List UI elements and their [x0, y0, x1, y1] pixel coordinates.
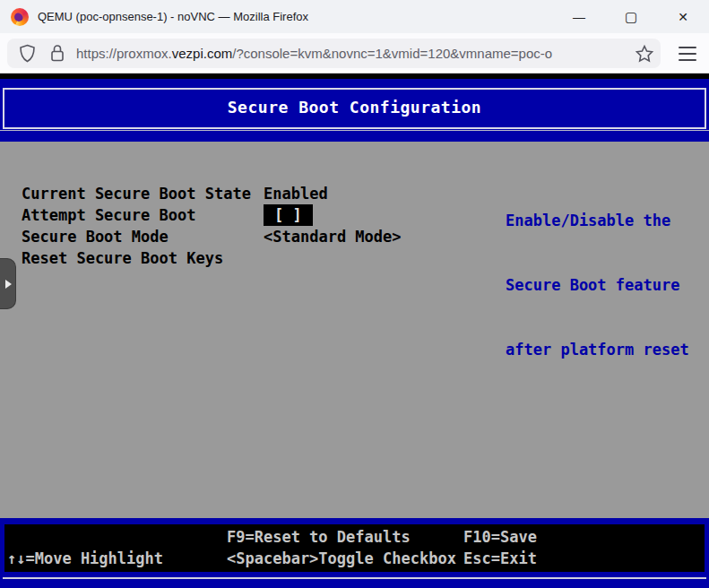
menu-item-reset-secure-boot-keys[interactable]: Reset Secure Boot Keys: [22, 247, 402, 269]
menu-item-label: Secure Boot Mode: [22, 226, 264, 247]
bios-page-title: Secure Boot Configuration: [3, 88, 706, 129]
menu-item-current-secure-boot-state: Current Secure Boot StateEnabled: [22, 183, 402, 204]
bios-menu: Current Secure Boot StateEnabled Attempt…: [22, 183, 402, 269]
expand-arrow-icon: [5, 280, 12, 289]
close-button[interactable]: ✕: [657, 0, 709, 33]
menu-item-attempt-secure-boot[interactable]: Attempt Secure Boot[ ]: [22, 204, 402, 226]
novnc-control-bar-handle[interactable]: [0, 258, 16, 309]
attempt-secure-boot-checkbox[interactable]: [ ]: [264, 204, 313, 226]
help-line: after platform reset: [506, 339, 689, 360]
menu-item-value: <Standard Mode>: [264, 226, 402, 247]
firefox-logo-icon: [11, 8, 29, 26]
minimize-button[interactable]: —: [553, 0, 605, 33]
window-controls: — ▢ ✕: [553, 0, 709, 33]
menu-item-value: Enabled: [264, 183, 328, 204]
hint-exit: Esc=Exit: [463, 548, 537, 569]
lock-icon[interactable]: [49, 44, 65, 63]
bios-footer: F9=Reset to Defaults F10=Save ↑↓=Move Hi…: [0, 518, 709, 588]
url-prefix: https://proxmox.: [76, 46, 172, 61]
maximize-button[interactable]: ▢: [605, 0, 657, 33]
menu-item-label: Current Secure Boot State: [22, 183, 264, 204]
menu-item-label: Reset Secure Boot Keys: [22, 247, 264, 269]
window-title: QEMU (poc-opnsense-1) - noVNC — Mozilla …: [38, 10, 308, 23]
hint-move-highlight: ↑↓=Move Highlight: [7, 548, 163, 569]
menu-item-label: Attempt Secure Boot: [22, 204, 264, 226]
firefox-window: QEMU (poc-opnsense-1) - noVNC — Mozilla …: [0, 0, 709, 588]
bookmark-star-icon[interactable]: [635, 44, 654, 64]
hamburger-menu-icon[interactable]: [675, 42, 700, 65]
footer-separator: [3, 577, 706, 579]
hint-reset-defaults: F9=Reset to Defaults: [227, 526, 411, 548]
novnc-console[interactable]: Secure Boot Configuration Current Secure…: [0, 74, 709, 588]
url-bar[interactable]: https://proxmox.vezpi.com/?console=kvm&n…: [7, 39, 661, 68]
bios-help-text: Enable/Disable the Secure Boot feature a…: [506, 167, 689, 403]
url-domain: vezpi.com: [172, 46, 233, 61]
url-path: /?console=kvm&novnc=1&vmid=120&vmname=po…: [232, 46, 552, 61]
help-line: Secure Boot feature: [506, 274, 689, 296]
hint-save: F10=Save: [463, 526, 537, 548]
bios-key-hints: F9=Reset to Defaults F10=Save ↑↓=Move Hi…: [4, 524, 705, 572]
hint-toggle-checkbox: <Spacebar>Toggle Checkbox: [227, 548, 456, 569]
header-blue-strip: [0, 131, 709, 142]
menu-item-secure-boot-mode[interactable]: Secure Boot Mode<Standard Mode>: [22, 226, 402, 247]
url-text[interactable]: https://proxmox.vezpi.com/?console=kvm&n…: [76, 46, 661, 61]
help-line: Enable/Disable the: [506, 210, 689, 231]
browser-navbar: https://proxmox.vezpi.com/?console=kvm&n…: [0, 33, 709, 74]
shield-icon[interactable]: [19, 44, 36, 63]
window-titlebar: QEMU (poc-opnsense-1) - noVNC — Mozilla …: [0, 0, 709, 33]
